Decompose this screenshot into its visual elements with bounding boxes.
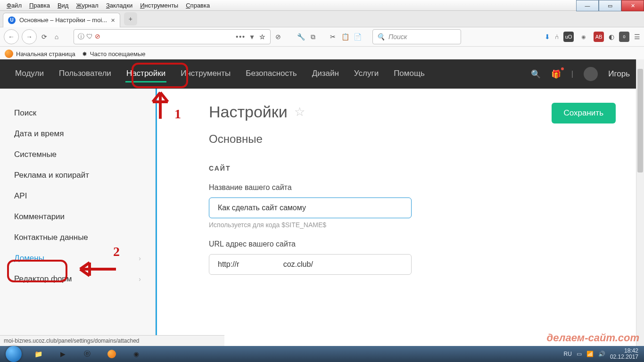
sidebar-item-3[interactable]: Реклама и копирайт: [0, 165, 155, 186]
task-explorer[interactable]: 📁: [26, 347, 50, 361]
nav-toolbar: ← → ⟳ ⌂ ⓘ 🛡 ⊘ ••• ▾ ☆ ⊘ 🔧 ⧉ ✂ 📋 📄 🔍: [0, 27, 644, 47]
sidebar-item-6[interactable]: Контактные данные: [0, 227, 155, 248]
sidebar-item-7[interactable]: Домены›: [0, 248, 155, 269]
page-content: МодулиПользователиНастройкиИнструментыБе…: [0, 59, 644, 346]
tray-lang[interactable]: RU: [564, 351, 572, 357]
nav-search-icon[interactable]: 🔍: [531, 69, 541, 79]
field-url-input[interactable]: [209, 254, 412, 275]
topnav-item-6[interactable]: Услуги: [353, 66, 380, 82]
bookmark-most-visited[interactable]: ✸ Часто посещаемые: [82, 50, 146, 58]
topnav-item-3[interactable]: Инструменты: [180, 66, 231, 82]
window-controls: — ▭ ✕: [576, 0, 644, 10]
info-icon[interactable]: ⓘ: [78, 33, 84, 41]
reload-icon[interactable]: ⟳: [40, 32, 49, 41]
field-sitename-input[interactable]: [209, 197, 412, 218]
search-icon: 🔍: [377, 33, 385, 41]
topnav-item-0[interactable]: Модули: [14, 66, 45, 82]
menu-hamburger-icon[interactable]: ☰: [634, 33, 640, 41]
maximize-button[interactable]: ▭: [599, 0, 621, 11]
star-icon[interactable]: ☆: [259, 33, 266, 41]
minimize-button[interactable]: —: [576, 0, 599, 11]
task-wmp[interactable]: ▶: [51, 347, 74, 361]
favorite-star-icon[interactable]: ☆: [294, 105, 305, 119]
new-tab-button[interactable]: +: [124, 12, 137, 25]
search-box[interactable]: 🔍 Поиск: [372, 29, 461, 44]
avatar[interactable]: [584, 67, 598, 81]
tab-close-icon[interactable]: ×: [111, 16, 115, 24]
topnav-item-7[interactable]: Помощь: [393, 66, 426, 82]
counter-badge[interactable]: 0: [619, 32, 629, 42]
start-button[interactable]: [2, 347, 25, 361]
menu-tools[interactable]: Инструменты: [136, 2, 182, 9]
menu-file[interactable]: Файл: [3, 2, 25, 9]
page-actions-icon[interactable]: •••: [236, 33, 246, 41]
address-bar[interactable]: ⓘ 🛡 ⊘ ••• ▾ ☆: [74, 29, 271, 44]
tray-network-icon[interactable]: 📶: [586, 351, 594, 357]
search-placeholder: Поиск: [388, 33, 407, 41]
bookmark-home[interactable]: Начальная страница: [5, 49, 75, 58]
pocket-icon[interactable]: ▾: [250, 33, 255, 41]
site-top-nav: МодулиПользователиНастройкиИнструментыБе…: [0, 59, 644, 89]
task-chrome[interactable]: ◉: [124, 347, 148, 361]
settings-wrench-icon[interactable]: 🔧: [296, 32, 305, 41]
copy-icon[interactable]: 📋: [340, 32, 350, 41]
close-button[interactable]: ✕: [621, 0, 644, 11]
ghostery-icon[interactable]: ◉: [578, 32, 589, 42]
downloads-icon[interactable]: ⬇: [545, 33, 550, 41]
menu-edit[interactable]: Правка: [25, 2, 54, 9]
tab-title: Основные – Настройки – moi...: [19, 16, 107, 24]
annotation-number-1: 1: [174, 107, 181, 122]
tray-flag-icon[interactable]: ▭: [577, 351, 582, 357]
extensions-icon[interactable]: ◐: [609, 33, 614, 41]
sidebar-item-5[interactable]: Комментарии: [0, 206, 155, 227]
annotation-number-2: 2: [113, 244, 120, 259]
field-sitename-hint: Используется для кода $SITE_NAME$: [209, 221, 616, 229]
adblock-icon[interactable]: AB: [594, 32, 604, 42]
paste-icon[interactable]: 📄: [353, 32, 362, 41]
section-label: САЙТ: [209, 165, 616, 172]
chevron-right-icon: ›: [139, 255, 141, 262]
library-icon[interactable]: ⑃: [555, 33, 559, 41]
chevron-right-icon: ›: [139, 275, 141, 283]
tray-sound-icon[interactable]: 🔊: [598, 351, 605, 357]
noscript-icon[interactable]: ⊘: [273, 32, 283, 41]
status-bar: moi-biznes.ucoz.club/panel/settings/doma…: [0, 335, 224, 346]
dev-icon[interactable]: ⧉: [308, 32, 318, 41]
cut-icon[interactable]: ✂: [328, 32, 338, 41]
ublock-icon[interactable]: uO: [563, 32, 574, 42]
shield-icon[interactable]: 🛡: [86, 33, 93, 41]
back-button[interactable]: ←: [4, 29, 19, 44]
sidebar-item-8[interactable]: Редактор форм›: [0, 269, 155, 289]
permissions-icon[interactable]: ⊘: [95, 33, 100, 41]
sidebar-item-4[interactable]: API: [0, 186, 155, 206]
browser-tab[interactable]: U Основные – Настройки – moi... ×: [3, 13, 120, 27]
menu-view[interactable]: Вид: [54, 2, 73, 9]
sidebar-item-1[interactable]: Дата и время: [0, 123, 155, 144]
topnav-item-1[interactable]: Пользователи: [58, 66, 112, 82]
page-subtitle: Основные: [209, 132, 616, 146]
firefox-icon: [5, 49, 13, 58]
task-firefox[interactable]: [100, 347, 124, 361]
field-url-label: URL адрес вашего сайта: [209, 240, 616, 248]
nav-gift-icon[interactable]: 🎁: [551, 69, 561, 79]
sidebar-item-0[interactable]: Поиск: [0, 103, 155, 123]
menu-history[interactable]: Журнал: [72, 2, 102, 9]
os-menubar[interactable]: Файл Правка Вид Журнал Закладки Инструме…: [0, 0, 644, 11]
settings-main: Сохранить Настройки ☆ Основные САЙТ Назв…: [156, 89, 644, 346]
menu-help[interactable]: Справка: [182, 2, 214, 9]
sidebar-item-2[interactable]: Системные: [0, 144, 155, 165]
task-ie[interactable]: ⓔ: [75, 347, 99, 361]
field-sitename-label: Название вашего сайта: [209, 183, 616, 192]
home-icon[interactable]: ⌂: [52, 32, 61, 41]
topnav-item-2[interactable]: Настройки: [125, 66, 166, 82]
settings-sidebar: ПоискДата и времяСистемныеРеклама и копи…: [0, 89, 156, 346]
page-scrollbar[interactable]: [636, 59, 644, 346]
taskbar: 📁 ▶ ⓔ ◉ RU ▭ 📶 🔊 18:42 02.12.2017: [0, 346, 644, 362]
save-button[interactable]: Сохранить: [552, 103, 616, 123]
tray-clock[interactable]: 18:42 02.12.2017: [610, 348, 638, 360]
topnav-item-5[interactable]: Дизайн: [311, 66, 340, 82]
forward-button[interactable]: →: [22, 29, 37, 44]
username[interactable]: Игорь: [608, 69, 630, 79]
menu-bookmarks[interactable]: Закладки: [102, 2, 136, 9]
topnav-item-4[interactable]: Безопасность: [245, 66, 297, 82]
